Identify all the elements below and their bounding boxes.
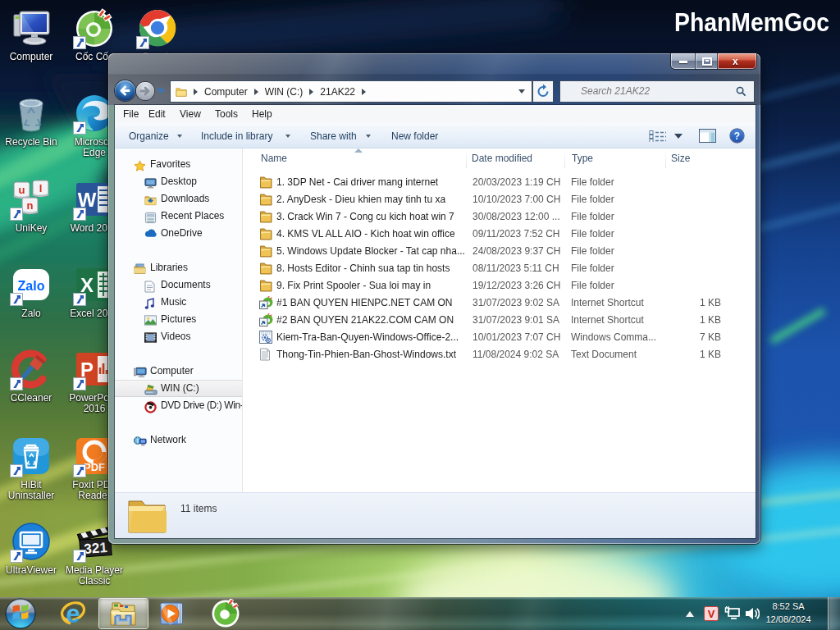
svg-text:Zalo: Zalo <box>18 279 45 293</box>
svg-text:l: l <box>39 182 43 194</box>
svg-text:321: 321 <box>84 540 108 557</box>
svg-text:?: ? <box>734 130 740 142</box>
svg-text:n: n <box>27 199 34 212</box>
svg-text:u: u <box>19 184 25 196</box>
svg-text:PDF: PDF <box>84 461 105 473</box>
svg-text:V: V <box>708 608 715 620</box>
